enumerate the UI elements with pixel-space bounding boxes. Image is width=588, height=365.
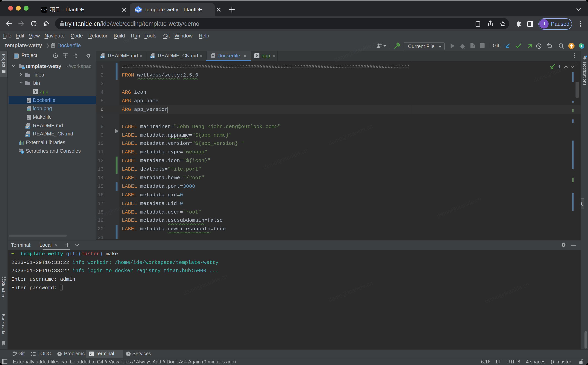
svg-text:MD: MD — [26, 134, 29, 137]
svg-text:MD: MD — [101, 56, 104, 58]
svg-text:MD: MD — [26, 126, 29, 128]
svg-text:MD: MD — [151, 56, 154, 58]
